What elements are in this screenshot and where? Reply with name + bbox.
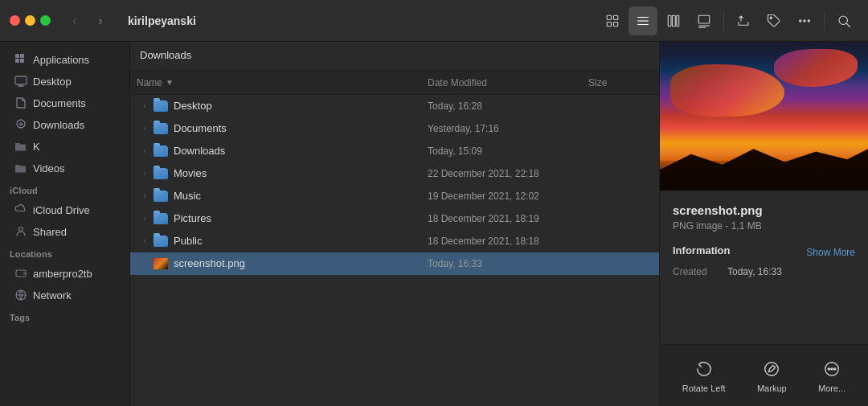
tags-section-label: Tags <box>0 306 129 326</box>
preview-panel: screenshot.png PNG image - 1,1 MB Inform… <box>659 42 868 406</box>
folder-icon <box>153 233 169 249</box>
toolbar-icons <box>598 6 858 35</box>
svg-rect-0 <box>607 15 611 19</box>
expand-icon[interactable]: › <box>137 124 153 133</box>
videos-icon <box>14 162 27 174</box>
markup-label: Markup <box>757 383 787 393</box>
downloads-icon <box>14 118 27 131</box>
rotate-left-button[interactable]: Rotate Left <box>676 355 732 396</box>
more-options-icon <box>797 14 812 28</box>
sidebar-item-applications[interactable]: Applications <box>5 49 125 70</box>
file-date: 18 December 2021, 18:19 <box>428 213 588 224</box>
show-more-button[interactable]: Show More <box>806 247 855 258</box>
view-column-icon <box>666 14 681 28</box>
expand-icon[interactable]: › <box>137 236 153 245</box>
sidebar-item-network[interactable]: Network <box>5 285 125 306</box>
rotate-left-icon <box>693 358 715 380</box>
preview-actions: Rotate Left Markup More... <box>660 344 868 406</box>
table-row[interactable]: › Documents Yesterday, 17:16 <box>130 117 659 140</box>
sidebar-item-amberpro2tb[interactable]: amberpro2tb <box>5 263 125 284</box>
svg-rect-7 <box>668 15 671 27</box>
view-column-button[interactable] <box>659 6 688 35</box>
view-list-button[interactable] <box>628 6 657 35</box>
view-cover-button[interactable] <box>690 6 719 35</box>
sidebar-item-shared[interactable]: Shared <box>5 221 125 242</box>
table-row[interactable]: screenshot.png Today, 16:33 <box>130 252 659 275</box>
applications-icon <box>14 53 27 66</box>
folder-icon <box>153 166 169 182</box>
more-circle-icon <box>821 358 843 380</box>
table-row[interactable]: › Pictures 18 December 2021, 18:19 <box>130 207 659 230</box>
file-header: Downloads <box>130 42 659 71</box>
svg-rect-8 <box>673 15 676 27</box>
svg-rect-2 <box>607 22 611 26</box>
k-folder-icon <box>14 140 27 153</box>
tag-button[interactable] <box>760 6 788 35</box>
more-actions-button[interactable]: More... <box>812 355 852 396</box>
svg-rect-21 <box>15 59 19 63</box>
back-button[interactable]: ‹ <box>63 10 86 32</box>
expand-icon[interactable]: › <box>137 214 153 223</box>
share-icon <box>736 14 751 28</box>
network-icon <box>14 289 27 301</box>
table-row[interactable]: › Music 19 December 2021, 12:02 <box>130 185 659 207</box>
documents-icon <box>14 96 27 109</box>
expand-icon[interactable]: › <box>137 101 153 110</box>
table-row[interactable]: › Desktop Today, 16:28 <box>130 95 659 117</box>
minimize-button[interactable] <box>25 15 35 26</box>
svg-point-14 <box>800 19 801 21</box>
sidebar-item-downloads[interactable]: Downloads <box>5 114 125 135</box>
folder-icon <box>153 143 169 159</box>
sidebar-label-documents: Documents <box>33 97 86 109</box>
sidebar-label-k: K <box>33 141 40 153</box>
sidebar-item-documents[interactable]: Documents <box>5 92 125 113</box>
expand-icon[interactable]: › <box>137 191 153 200</box>
file-date: Today, 16:33 <box>428 258 588 269</box>
expand-icon[interactable]: › <box>137 146 153 155</box>
table-row[interactable]: › Downloads Today, 15:09 <box>130 140 659 162</box>
folder-icon <box>153 211 169 227</box>
breadcrumb-current: Downloads <box>140 49 191 61</box>
markup-button[interactable]: Markup <box>751 355 793 396</box>
svg-point-33 <box>828 368 829 370</box>
file-name: Public <box>174 235 428 247</box>
expand-icon[interactable]: › <box>137 169 153 178</box>
view-grid-button[interactable] <box>598 6 627 35</box>
table-row[interactable]: › Movies 22 December 2021, 22:18 <box>130 162 659 185</box>
sidebar-label-desktop: Desktop <box>33 76 72 88</box>
search-button[interactable] <box>829 6 858 35</box>
preview-field-created: Created Today, 16:33 <box>673 266 855 277</box>
svg-rect-23 <box>15 76 27 84</box>
svg-line-18 <box>846 23 850 27</box>
col-header-date[interactable]: Date Modified <box>428 77 588 88</box>
sidebar-item-videos[interactable]: Videos <box>5 158 125 178</box>
preview-info-title: Information <box>673 244 731 256</box>
more-label: More... <box>818 383 845 393</box>
share-button[interactable] <box>729 6 758 35</box>
col-header-name[interactable]: Name ▼ <box>137 77 428 88</box>
sidebar-label-network: Network <box>33 289 72 301</box>
svg-rect-1 <box>614 15 618 19</box>
view-list-icon <box>636 14 650 28</box>
table-row[interactable]: › Public 18 December 2021, 18:18 <box>130 230 659 252</box>
sidebar-item-k[interactable]: K <box>5 136 125 157</box>
sidebar-label-icloud-drive: iCloud Drive <box>33 204 90 216</box>
close-button[interactable] <box>10 15 20 26</box>
sidebar-item-desktop[interactable]: Desktop <box>5 71 125 92</box>
view-cover-icon <box>697 14 711 28</box>
col-header-size[interactable]: Size <box>588 77 653 88</box>
maximize-button[interactable] <box>40 15 51 26</box>
sidebar-label-videos: Videos <box>33 162 65 174</box>
preview-info: screenshot.png PNG image - 1,1 MB Inform… <box>660 191 868 344</box>
sidebar-label-shared: Shared <box>33 226 67 238</box>
drive-icon <box>14 267 27 280</box>
preview-field-label: Created <box>673 266 721 277</box>
desktop-icon <box>14 75 27 88</box>
more-options-button[interactable] <box>790 6 819 35</box>
folder-icon <box>153 188 169 204</box>
traffic-lights <box>10 15 51 26</box>
titlebar: ‹ › kirilpeyanski <box>0 0 868 42</box>
sidebar-item-icloud-drive[interactable]: iCloud Drive <box>5 199 125 220</box>
file-name: Documents <box>174 122 428 134</box>
forward-button[interactable]: › <box>89 10 112 32</box>
